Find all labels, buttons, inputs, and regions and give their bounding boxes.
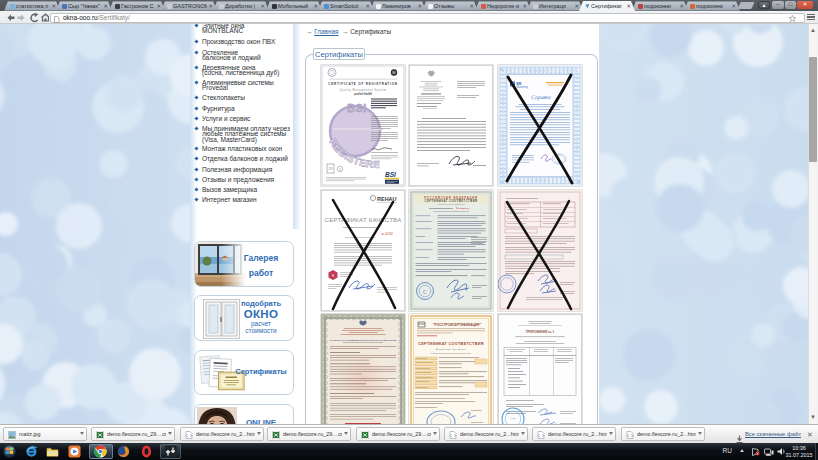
svg-text:Marketing: Marketing bbox=[516, 84, 528, 88]
svg-text:СЕРТИФИКАТ КАЧЕСТВА: СЕРТИФИКАТ КАЧЕСТВА bbox=[324, 215, 402, 222]
svg-text:Q: Q bbox=[338, 167, 341, 171]
svg-text:САНИТАРНО-ЭПИДЕМИОЛОГИЧЕСКОЕ З: САНИТАРНО-ЭПИДЕМИОЛОГИЧЕСКОЕ ЗАКЛЮЧЕНИЕ bbox=[329, 339, 396, 342]
svg-text:С: С bbox=[423, 288, 427, 294]
svg-text:№ 0285545: № 0285545 bbox=[456, 207, 470, 210]
svg-text:profine GmbH: profine GmbH bbox=[354, 92, 371, 96]
svg-text:M: M bbox=[392, 70, 395, 75]
svg-text:Справка: Справка bbox=[531, 93, 551, 100]
svg-text:№ 02/34: № 02/34 bbox=[381, 232, 393, 236]
svg-text:***: *** bbox=[510, 417, 515, 422]
svg-text:REHAU: REHAU bbox=[377, 195, 397, 201]
svg-text:№ РОСС DE.АЮ64.В04644: № РОСС DE.АЮ64.В04644 bbox=[436, 348, 467, 351]
svg-text:29: 29 bbox=[328, 167, 332, 171]
svg-text:"РОССТРОЙСЕРТИФИКАЦИЯ": "РОССТРОЙСЕРТИФИКАЦИЯ" bbox=[433, 323, 481, 327]
svg-text:(обязательная сертификация): (обязательная сертификация) bbox=[437, 203, 465, 205]
svg-text:CERTIFICATE OF REGISTRATION: CERTIFICATE OF REGISTRATION bbox=[328, 81, 398, 85]
svg-text:BSI: BSI bbox=[347, 102, 367, 114]
svg-text:BSI: BSI bbox=[385, 171, 396, 178]
svg-text:РОССИЙСКАЯ ФЕДЕРАЦИЯ: РОССИЙСКАЯ ФЕДЕРАЦИЯ bbox=[424, 195, 478, 199]
svg-text:СЕРТИФИКАТ СООТВЕТСТВИЯ: СЕРТИФИКАТ СООТВЕТСТВИЯ bbox=[418, 342, 484, 346]
svg-text:ПРИЛОЖЕНИЕ № 1: ПРИЛОЖЕНИЕ № 1 bbox=[525, 330, 554, 334]
svg-text:Quality Management System: Quality Management System bbox=[339, 87, 386, 91]
